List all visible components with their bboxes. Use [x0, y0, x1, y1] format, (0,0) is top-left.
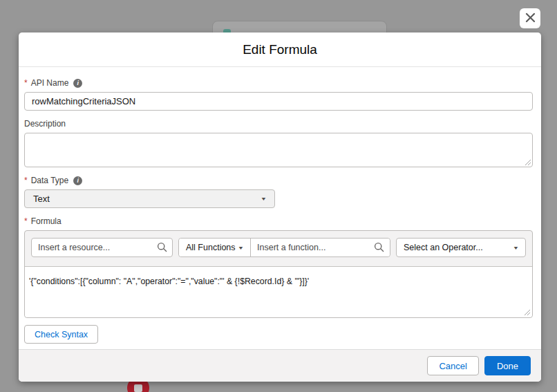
- formula-label: *Formula: [24, 217, 533, 226]
- function-picker-group: All Functions ▼: [178, 238, 390, 257]
- modal-body: *API Name i Description *Data Typ: [19, 67, 541, 349]
- search-icon: [157, 242, 167, 252]
- edit-formula-modal: Edit Formula *API Name i Description: [19, 32, 541, 382]
- required-asterisk: *: [24, 217, 28, 226]
- data-type-select[interactable]: Text ▼: [24, 189, 275, 208]
- chevron-down-icon: ▼: [261, 196, 267, 201]
- data-type-field: *Data Type i Text ▼: [24, 176, 533, 208]
- description-label: Description: [24, 120, 533, 129]
- resize-handle-icon[interactable]: [524, 158, 531, 165]
- required-asterisk: *: [24, 79, 28, 88]
- info-icon[interactable]: i: [73, 79, 82, 88]
- description-textarea[interactable]: [24, 133, 533, 167]
- description-field: Description: [24, 120, 533, 167]
- cancel-button[interactable]: Cancel: [427, 356, 478, 375]
- api-name-input[interactable]: [24, 92, 533, 111]
- info-icon[interactable]: i: [73, 176, 82, 185]
- api-name-field: *API Name i: [24, 79, 533, 111]
- modal-title: Edit Formula: [243, 42, 317, 57]
- formula-field: *Formula Al: [24, 217, 533, 344]
- insert-resource-input[interactable]: [31, 238, 173, 257]
- done-button[interactable]: Done: [484, 356, 531, 375]
- required-asterisk: *: [24, 176, 28, 185]
- check-syntax-button[interactable]: Check Syntax: [24, 325, 98, 344]
- data-type-label: *Data Type i: [24, 176, 533, 185]
- insert-function-input[interactable]: [251, 239, 390, 256]
- chevron-down-icon: ▼: [238, 245, 244, 250]
- formula-toolbar: All Functions ▼: [25, 231, 532, 266]
- formula-textarea[interactable]: '{"conditions":[{"column": "A","operator…: [25, 267, 532, 317]
- data-type-value: Text: [33, 194, 50, 204]
- modal-header: Edit Formula: [19, 32, 541, 67]
- chevron-down-icon: ▼: [513, 245, 519, 250]
- formula-builder: All Functions ▼: [24, 230, 533, 318]
- modal-footer: Cancel Done: [19, 349, 541, 382]
- search-icon: [374, 242, 384, 252]
- api-name-label: *API Name i: [24, 79, 533, 88]
- resize-handle-icon[interactable]: [523, 308, 530, 315]
- operator-select[interactable]: Select an Operator... ▼: [396, 238, 526, 257]
- function-category-select[interactable]: All Functions ▼: [179, 239, 251, 256]
- close-button[interactable]: [520, 8, 540, 28]
- close-icon: [525, 12, 536, 25]
